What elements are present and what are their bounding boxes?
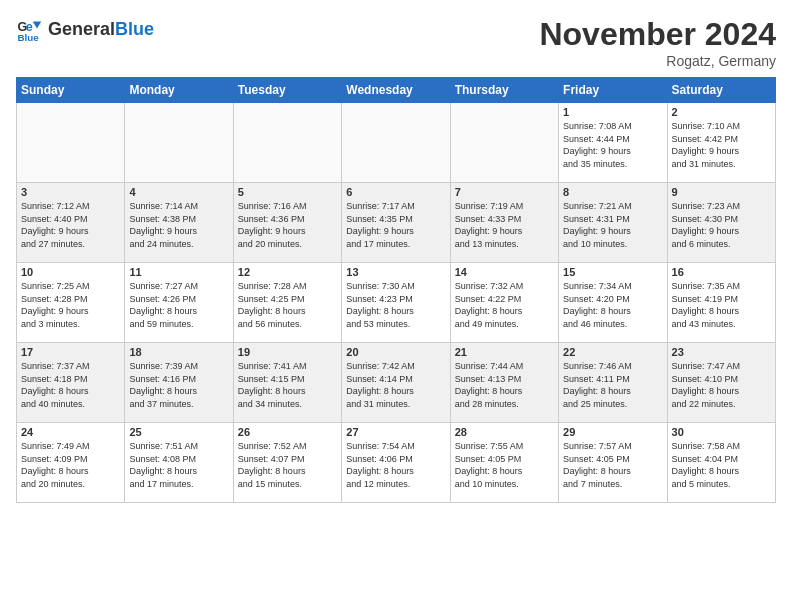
weekday-header-saturday: Saturday [667,78,775,103]
day-info: Sunrise: 7:58 AM Sunset: 4:04 PM Dayligh… [672,440,771,490]
day-info: Sunrise: 7:30 AM Sunset: 4:23 PM Dayligh… [346,280,445,330]
day-cell: 13Sunrise: 7:30 AM Sunset: 4:23 PM Dayli… [342,263,450,343]
day-info: Sunrise: 7:25 AM Sunset: 4:28 PM Dayligh… [21,280,120,330]
weekday-header-thursday: Thursday [450,78,558,103]
day-number: 7 [455,186,554,198]
day-cell: 4Sunrise: 7:14 AM Sunset: 4:38 PM Daylig… [125,183,233,263]
day-number: 21 [455,346,554,358]
location: Rogatz, Germany [539,53,776,69]
day-info: Sunrise: 7:28 AM Sunset: 4:25 PM Dayligh… [238,280,337,330]
day-info: Sunrise: 7:41 AM Sunset: 4:15 PM Dayligh… [238,360,337,410]
logo: G e Blue GeneralBlue [16,16,154,44]
day-number: 11 [129,266,228,278]
day-cell: 26Sunrise: 7:52 AM Sunset: 4:07 PM Dayli… [233,423,341,503]
day-number: 5 [238,186,337,198]
logo-text: GeneralBlue [48,20,154,40]
day-cell [233,103,341,183]
weekday-header-row: SundayMondayTuesdayWednesdayThursdayFrid… [17,78,776,103]
day-number: 24 [21,426,120,438]
day-cell: 23Sunrise: 7:47 AM Sunset: 4:10 PM Dayli… [667,343,775,423]
day-info: Sunrise: 7:49 AM Sunset: 4:09 PM Dayligh… [21,440,120,490]
day-info: Sunrise: 7:32 AM Sunset: 4:22 PM Dayligh… [455,280,554,330]
day-number: 16 [672,266,771,278]
day-number: 18 [129,346,228,358]
day-cell: 15Sunrise: 7:34 AM Sunset: 4:20 PM Dayli… [559,263,667,343]
day-info: Sunrise: 7:42 AM Sunset: 4:14 PM Dayligh… [346,360,445,410]
day-cell: 22Sunrise: 7:46 AM Sunset: 4:11 PM Dayli… [559,343,667,423]
day-number: 1 [563,106,662,118]
logo-icon: G e Blue [16,16,44,44]
day-number: 6 [346,186,445,198]
day-cell: 17Sunrise: 7:37 AM Sunset: 4:18 PM Dayli… [17,343,125,423]
day-cell: 20Sunrise: 7:42 AM Sunset: 4:14 PM Dayli… [342,343,450,423]
day-number: 30 [672,426,771,438]
day-info: Sunrise: 7:14 AM Sunset: 4:38 PM Dayligh… [129,200,228,250]
day-number: 10 [21,266,120,278]
day-cell: 12Sunrise: 7:28 AM Sunset: 4:25 PM Dayli… [233,263,341,343]
week-row-4: 24Sunrise: 7:49 AM Sunset: 4:09 PM Dayli… [17,423,776,503]
day-cell: 24Sunrise: 7:49 AM Sunset: 4:09 PM Dayli… [17,423,125,503]
day-number: 20 [346,346,445,358]
day-cell: 14Sunrise: 7:32 AM Sunset: 4:22 PM Dayli… [450,263,558,343]
day-cell: 19Sunrise: 7:41 AM Sunset: 4:15 PM Dayli… [233,343,341,423]
day-cell: 8Sunrise: 7:21 AM Sunset: 4:31 PM Daylig… [559,183,667,263]
day-number: 9 [672,186,771,198]
day-info: Sunrise: 7:10 AM Sunset: 4:42 PM Dayligh… [672,120,771,170]
month-title: November 2024 [539,16,776,53]
day-cell: 21Sunrise: 7:44 AM Sunset: 4:13 PM Dayli… [450,343,558,423]
day-number: 8 [563,186,662,198]
day-info: Sunrise: 7:47 AM Sunset: 4:10 PM Dayligh… [672,360,771,410]
day-info: Sunrise: 7:51 AM Sunset: 4:08 PM Dayligh… [129,440,228,490]
calendar-table: SundayMondayTuesdayWednesdayThursdayFrid… [16,77,776,503]
day-cell [125,103,233,183]
day-cell [450,103,558,183]
week-row-3: 17Sunrise: 7:37 AM Sunset: 4:18 PM Dayli… [17,343,776,423]
day-info: Sunrise: 7:23 AM Sunset: 4:30 PM Dayligh… [672,200,771,250]
day-number: 28 [455,426,554,438]
day-info: Sunrise: 7:21 AM Sunset: 4:31 PM Dayligh… [563,200,662,250]
day-number: 19 [238,346,337,358]
week-row-0: 1Sunrise: 7:08 AM Sunset: 4:44 PM Daylig… [17,103,776,183]
day-info: Sunrise: 7:44 AM Sunset: 4:13 PM Dayligh… [455,360,554,410]
day-cell: 3Sunrise: 7:12 AM Sunset: 4:40 PM Daylig… [17,183,125,263]
day-number: 25 [129,426,228,438]
weekday-header-wednesday: Wednesday [342,78,450,103]
day-cell [342,103,450,183]
day-info: Sunrise: 7:16 AM Sunset: 4:36 PM Dayligh… [238,200,337,250]
day-info: Sunrise: 7:54 AM Sunset: 4:06 PM Dayligh… [346,440,445,490]
day-cell: 16Sunrise: 7:35 AM Sunset: 4:19 PM Dayli… [667,263,775,343]
day-cell: 7Sunrise: 7:19 AM Sunset: 4:33 PM Daylig… [450,183,558,263]
day-info: Sunrise: 7:39 AM Sunset: 4:16 PM Dayligh… [129,360,228,410]
day-cell [17,103,125,183]
title-area: November 2024 Rogatz, Germany [539,16,776,69]
day-number: 17 [21,346,120,358]
day-cell: 10Sunrise: 7:25 AM Sunset: 4:28 PM Dayli… [17,263,125,343]
day-cell: 6Sunrise: 7:17 AM Sunset: 4:35 PM Daylig… [342,183,450,263]
day-number: 2 [672,106,771,118]
day-number: 12 [238,266,337,278]
day-number: 4 [129,186,228,198]
day-info: Sunrise: 7:52 AM Sunset: 4:07 PM Dayligh… [238,440,337,490]
day-info: Sunrise: 7:35 AM Sunset: 4:19 PM Dayligh… [672,280,771,330]
day-info: Sunrise: 7:27 AM Sunset: 4:26 PM Dayligh… [129,280,228,330]
day-number: 14 [455,266,554,278]
day-info: Sunrise: 7:37 AM Sunset: 4:18 PM Dayligh… [21,360,120,410]
day-cell: 25Sunrise: 7:51 AM Sunset: 4:08 PM Dayli… [125,423,233,503]
day-number: 15 [563,266,662,278]
day-cell: 1Sunrise: 7:08 AM Sunset: 4:44 PM Daylig… [559,103,667,183]
day-number: 29 [563,426,662,438]
day-number: 3 [21,186,120,198]
day-cell: 27Sunrise: 7:54 AM Sunset: 4:06 PM Dayli… [342,423,450,503]
day-number: 22 [563,346,662,358]
weekday-header-sunday: Sunday [17,78,125,103]
day-cell: 11Sunrise: 7:27 AM Sunset: 4:26 PM Dayli… [125,263,233,343]
day-number: 27 [346,426,445,438]
week-row-2: 10Sunrise: 7:25 AM Sunset: 4:28 PM Dayli… [17,263,776,343]
day-info: Sunrise: 7:46 AM Sunset: 4:11 PM Dayligh… [563,360,662,410]
day-number: 26 [238,426,337,438]
day-cell: 9Sunrise: 7:23 AM Sunset: 4:30 PM Daylig… [667,183,775,263]
day-cell: 2Sunrise: 7:10 AM Sunset: 4:42 PM Daylig… [667,103,775,183]
day-cell: 30Sunrise: 7:58 AM Sunset: 4:04 PM Dayli… [667,423,775,503]
weekday-header-friday: Friday [559,78,667,103]
weekday-header-tuesday: Tuesday [233,78,341,103]
